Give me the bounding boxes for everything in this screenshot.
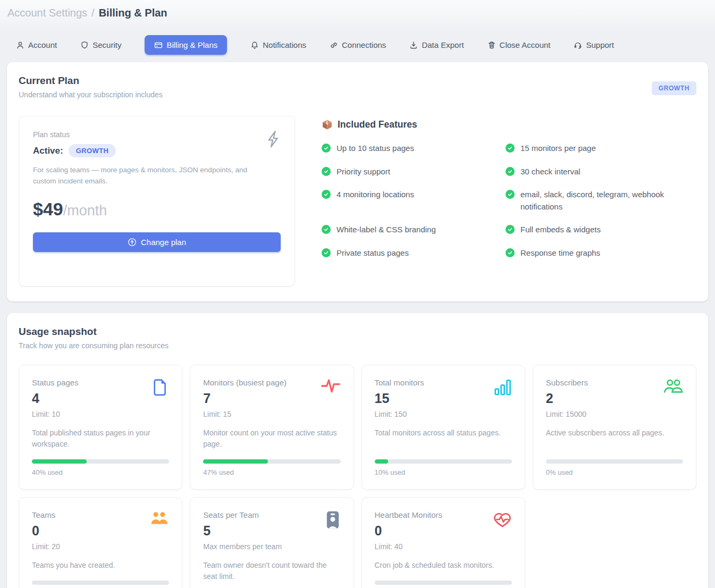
feature-item: email, slack, discord, telegram, webhook… — [506, 189, 670, 213]
feature-label: email, slack, discord, telegram, webhook… — [520, 189, 670, 213]
check-circle-icon — [506, 167, 515, 176]
usage-card-limit: Limit: 15 — [203, 410, 340, 418]
tab-security[interactable]: Security — [80, 40, 121, 49]
plan-tier-badge: GROWTH — [652, 81, 696, 95]
usage-card-label: Seats per Team — [203, 510, 340, 519]
usage-card-subscribers: Subscribers 2 Limit: 15000 Active subscr… — [533, 365, 696, 490]
tab-close-account[interactable]: Close Account — [487, 40, 551, 49]
check-circle-icon — [506, 248, 515, 257]
progress-track — [32, 581, 169, 585]
file-icon — [151, 378, 169, 397]
usage-subtitle: Track how you are consuming plan resourc… — [19, 341, 696, 350]
progress-track — [203, 459, 340, 464]
usage-card-description: Cron job & scheduled task monitors. — [375, 560, 512, 571]
trash-icon — [487, 41, 496, 49]
usage-progress: 40% used — [32, 450, 169, 476]
usage-card-seats-per-team: Seats per Team 5 Max members per team Te… — [190, 497, 354, 588]
change-plan-button[interactable]: Change plan — [33, 232, 281, 252]
usage-card-label: Total monitors — [375, 378, 512, 387]
features-grid: Up to 10 status pages 15 monitors per pa… — [322, 142, 696, 259]
usage-card-heartbeat-monitors: Heartbeat Monitors 0 Limit: 40 Cron job … — [361, 497, 525, 588]
progress-track — [546, 459, 683, 464]
headset-icon — [574, 41, 582, 49]
usage-card-description: Team owner doesn't count toward the seat… — [203, 560, 340, 582]
check-circle-icon — [322, 248, 331, 257]
usage-card-label: Heartbeat Monitors — [375, 510, 512, 519]
feature-label: Up to 10 status pages — [337, 142, 414, 155]
subscribers-icon — [663, 378, 683, 394]
usage-percent-label: 0% used — [546, 468, 683, 476]
package-icon — [322, 119, 333, 130]
usage-percent-label: 47% used — [203, 468, 340, 476]
usage-card-limit: Limit: 20 — [32, 542, 169, 551]
teams-icon — [150, 510, 169, 525]
tab-label: Notifications — [263, 40, 306, 49]
progress-fill — [375, 459, 389, 464]
person-icon — [16, 41, 24, 49]
check-circle-icon — [322, 225, 331, 234]
usage-card-limit: Limit: 15000 — [546, 410, 683, 418]
tab-notifications[interactable]: Notifications — [250, 40, 306, 49]
plan-description: For scaling teams — more pages & monitor… — [33, 165, 251, 187]
usage-card-limit: Limit: 40 — [375, 542, 512, 551]
check-circle-icon — [322, 190, 331, 199]
usage-card-teams: Teams 0 Limit: 20 Teams you have created… — [19, 497, 182, 588]
breadcrumb-separator: / — [91, 7, 95, 19]
usage-card-limit: Max members per team — [203, 542, 340, 551]
arrow-up-circle-icon — [128, 238, 137, 247]
usage-card-monitors-busiest: Monitors (busiest page) 7 Limit: 15 Moni… — [190, 365, 354, 490]
heartbeat-icon — [493, 510, 512, 528]
usage-progress: 0% used — [375, 571, 512, 588]
usage-card-value: 15 — [375, 391, 512, 406]
feature-label: Response time graphs — [520, 247, 600, 259]
tab-account[interactable]: Account — [16, 40, 57, 49]
feature-item: 30 check interval — [506, 166, 670, 178]
tab-data-export[interactable]: Data Export — [409, 40, 464, 49]
usage-title: Usage snapshot — [19, 326, 696, 338]
usage-card-description: Total monitors across all status pages. — [375, 427, 512, 439]
usage-card-status-pages: Status pages 4 Limit: 10 Total published… — [19, 365, 182, 490]
bar-chart-icon — [494, 378, 512, 396]
tab-billing-plans[interactable]: Billing & Plans — [145, 35, 227, 55]
shield-icon — [80, 41, 89, 49]
current-plan-subtitle: Understand what your subscription includ… — [19, 90, 163, 99]
download-icon — [409, 41, 418, 49]
page-title: Billing & Plan — [99, 7, 167, 19]
seats-icon — [325, 510, 341, 530]
usage-progress: 47% used — [203, 450, 340, 476]
breadcrumb-section[interactable]: Account Settings — [7, 7, 87, 19]
plan-status-badge: GROWTH — [69, 144, 116, 157]
usage-progress: 0% used — [32, 571, 169, 588]
check-circle-icon — [322, 167, 331, 176]
feature-item: Up to 10 status pages — [322, 142, 486, 155]
tab-connections[interactable]: Connections — [330, 40, 386, 49]
usage-snapshot-section: Usage snapshot Track how you are consumi… — [7, 313, 708, 588]
feature-item: Priority support — [322, 166, 486, 178]
feature-item: 15 monitors per page — [506, 142, 670, 155]
feature-item: Response time graphs — [506, 247, 670, 259]
feature-label: Priority support — [337, 166, 390, 178]
check-circle-icon — [322, 144, 331, 153]
feature-label: 30 check interval — [520, 166, 581, 178]
usage-card-value: 5 — [203, 523, 340, 539]
progress-track — [375, 581, 512, 585]
usage-card-total-monitors: Total monitors 15 Limit: 150 Total monit… — [361, 365, 525, 490]
feature-item: White-label & CSS branding — [322, 224, 486, 236]
check-circle-icon — [506, 190, 515, 199]
plan-status-value: Active: — [33, 146, 63, 156]
usage-grid: Status pages 4 Limit: 10 Total published… — [19, 365, 696, 588]
progress-track — [32, 459, 169, 464]
feature-label: 4 monitoring locations — [337, 189, 414, 201]
check-circle-icon — [506, 225, 515, 234]
features-title: Included Features — [338, 119, 417, 130]
tab-label: Billing & Plans — [166, 40, 217, 49]
feature-item: Full embeds & widgets — [506, 224, 670, 236]
tab-label: Connections — [342, 40, 386, 49]
check-circle-icon — [506, 144, 515, 153]
credit-card-icon — [154, 41, 163, 49]
tab-label: Support — [586, 40, 614, 49]
tab-label: Data Export — [422, 40, 464, 49]
usage-card-label: Status pages — [32, 378, 169, 387]
tab-support[interactable]: Support — [574, 40, 614, 49]
bell-icon — [250, 41, 259, 49]
